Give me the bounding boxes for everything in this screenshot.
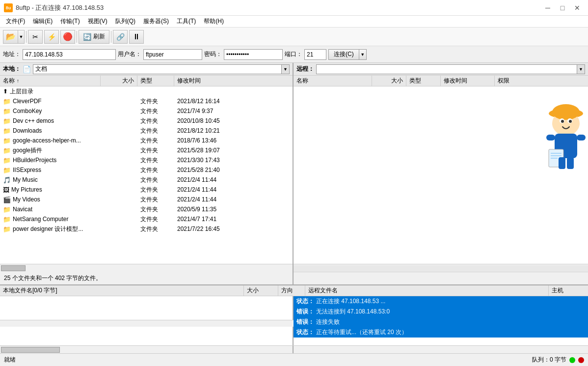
col-header-type[interactable]: 类型 [137,76,174,86]
svg-rect-9 [546,135,555,141]
menu-server[interactable]: 服务器(S) [139,16,173,27]
sort-arrow-icon: ↑ [17,78,19,84]
file-row[interactable]: 📁IISExpress 文件夹 2021/5/28 21:40 [0,165,293,175]
file-row[interactable]: 🎬My Videos 文件夹 2021/2/4 11:44 [0,195,293,204]
menu-tools[interactable]: 工具(T) [173,16,200,27]
open-button-group: 📂 ▼ [3,30,25,44]
address-bar: 地址： 用户名： 密码： 端口： 连接(C) ▼ [0,46,588,63]
log-text-1: 正在连接 47.108.148.53 ... [316,297,385,306]
led-green-icon [569,357,575,363]
connect-dropdown-button[interactable]: ▼ [359,49,367,60]
col-header-name[interactable]: 名称 ↑ [0,76,101,86]
file-row[interactable]: 📁HBuilderProjects 文件夹 2021/3/30 17:43 [0,155,293,165]
remote-col-date[interactable]: 修改时间 [441,76,495,86]
col-header-size[interactable]: 大小 [101,76,137,86]
svg-rect-16 [567,157,574,169]
stop-button[interactable]: 🔴 [60,30,75,44]
password-input[interactable] [224,49,283,60]
close-button[interactable]: ✕ [570,2,584,13]
queue-list [0,296,294,345]
queue-col-remotefile: 远程文件名 [305,285,549,296]
file-row[interactable]: 📁NetSarang Computer 文件夹 2021/4/7 17:41 [0,214,293,224]
file-row[interactable]: 📁google-access-helper-m... 文件夹 2018/7/6 … [0,136,293,145]
local-hscroll[interactable] [0,264,293,272]
file-row[interactable]: 📁power designer 设计模型... 文件夹 2021/7/22 16… [0,224,293,234]
local-panel-label: 本地： [3,65,21,73]
username-input[interactable] [143,49,202,60]
pause-button[interactable]: ⏸ [129,30,144,44]
svg-point-3 [552,104,580,120]
log-panel: 状态： 正在连接 47.108.148.53 ... 错误： 无法连接到 47.… [294,296,588,345]
menu-view[interactable]: 视图(V) [84,16,111,27]
file-row[interactable]: 📁Dev c++ demos 文件夹 2020/10/8 10:45 [0,116,293,126]
port-input[interactable] [304,49,326,60]
queue-hscroll[interactable] [0,346,294,353]
queue-col-size: 大小 [244,285,278,296]
log-text-4: 正在等待重试...（还将重试 20 次） [316,328,407,337]
local-column-headers: 名称 ↑ 大小 类型 修改时间 [0,76,293,86]
queue-hscroll-placeholder [0,320,294,327]
menu-help[interactable]: 帮助(H) [200,16,228,27]
log-text-3: 连接失败 [316,318,340,326]
remote-hscroll[interactable] [294,264,588,272]
menu-bar: 文件(F) 编辑(E) 传输(T) 视图(V) 队列(Q) 服务器(S) 工具(… [0,16,588,28]
local-panel: 本地： 📄 ▼ 名称 ↑ 大小 类型 修改时间 [0,63,294,284]
remote-col-type[interactable]: 类型 [406,76,441,86]
local-path-input[interactable] [33,64,282,74]
remote-panel-header: 远程： ▼ [294,63,588,76]
connect-toolbar-button[interactable]: 🔗 [113,30,128,44]
remote-path-input[interactable] [316,64,577,74]
pass-label: 密码： [204,50,222,58]
local-path-dropdown[interactable]: ▼ [282,64,290,74]
bottom-status-bar: 就绪 队列：0 字节 [0,353,588,366]
open-button[interactable]: 📂 [3,30,18,44]
remote-col-size[interactable]: 大小 [372,76,406,86]
minimize-button[interactable]: ─ [541,2,555,13]
file-row[interactable]: 🎵My Music 文件夹 2021/2/4 11:44 [0,175,293,185]
file-row[interactable]: 🖼My Pictures 文件夹 2021/2/4 11:44 [0,185,293,195]
toolbar-separator-2 [77,31,77,43]
file-row[interactable]: 📁CleverPDF 文件夹 2021/8/12 16:14 [0,96,293,106]
title-controls: ─ □ ✕ [541,2,584,13]
window-title: 8uftp - 正在连接 47.108.148.53 [16,3,104,12]
queue-hscroll-thumb[interactable] [1,347,60,353]
file-row[interactable]: 📁Navicat 文件夹 2020/5/9 11:35 [0,204,293,214]
queue-log-area: 状态： 正在连接 47.108.148.53 ... 错误： 无法连接到 47.… [0,296,588,345]
bookmark-button[interactable]: ⚡ [44,30,59,44]
refresh-button[interactable]: 🔄刷新 [79,30,109,44]
queue-col-dir: 方向 [278,285,305,296]
mascot-image [544,96,588,175]
remote-path-dropdown[interactable]: ▼ [577,64,585,74]
log-label-3: 错误： [296,318,314,326]
file-row[interactable]: ⬆上层目录 [0,86,293,96]
host-input[interactable] [23,49,116,60]
port-label: 端口： [285,50,302,58]
file-row[interactable]: 📁ComboKey 文件夹 2021/7/4 9:37 [0,106,293,116]
file-row[interactable]: 📁google插件 文件夹 2021/5/28 19:07 [0,145,293,155]
remote-col-name[interactable]: 名称 [294,76,372,86]
log-text-2: 无法连接到 47.108.148.53:0 [316,308,390,316]
menu-transfer[interactable]: 传输(T) [56,16,83,27]
file-row[interactable]: 📁Downloads 文件夹 2021/8/12 10:21 [0,126,293,136]
maximize-button[interactable]: □ [556,2,569,13]
queue-col-localfile: 本地文件名[0/0 字节] [0,285,244,296]
remote-col-perm[interactable]: 权限 [495,76,588,86]
queue-section: 本地文件名[0/0 字节] 大小 方向 远程文件名 主机 状态： 正在连接 47… [0,284,588,345]
local-file-list[interactable]: ⬆上层目录 📁CleverPDF 文件夹 2021/8/12 16:14 📁Co… [0,86,293,264]
remote-panel: 远程： ▼ 名称 大小 类型 修改时间 权限 [294,63,588,284]
log-label-1: 状态： [296,297,314,306]
menu-file[interactable]: 文件(F) [2,16,29,27]
menu-queue[interactable]: 队列(Q) [111,16,139,27]
queue-status-area: 队列：0 字节 [532,356,584,364]
connect-button[interactable]: 连接(C) [328,49,359,60]
host-label: 地址： [3,50,21,58]
open-dropdown[interactable]: ▼ [18,30,25,44]
toolbar-separator-1 [26,31,27,43]
menu-edit[interactable]: 编辑(E) [29,16,56,27]
cut-button[interactable]: ✂ [28,30,43,44]
col-header-date[interactable]: 修改时间 [174,76,293,86]
remote-file-list [294,86,588,264]
hscroll-thumb[interactable] [1,265,26,271]
log-entry-1: 状态： 正在连接 47.108.148.53 ... [294,296,588,307]
svg-point-6 [561,120,564,123]
